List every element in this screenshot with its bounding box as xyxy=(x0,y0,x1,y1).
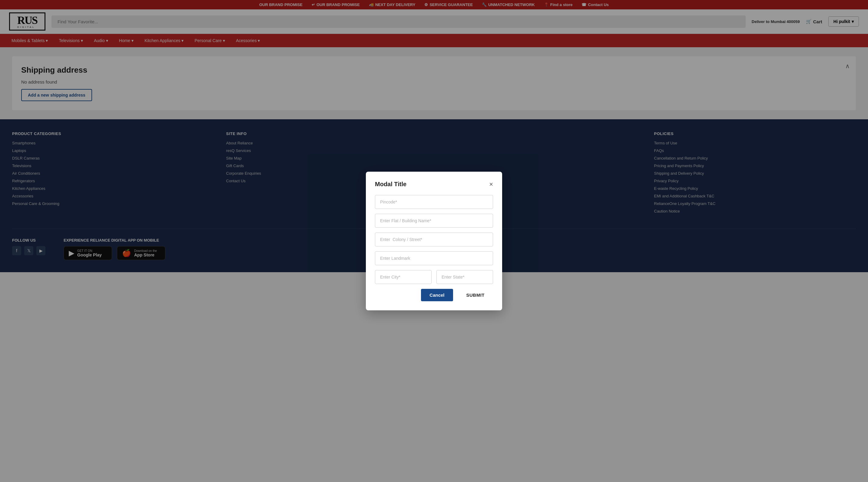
modal-dialog: Modal Title × Cancel SUBMIT xyxy=(366,172,502,272)
flat-input[interactable] xyxy=(375,214,493,228)
colony-input[interactable] xyxy=(375,232,493,247)
modal-city-state-row xyxy=(375,270,493,272)
modal-header: Modal Title × xyxy=(375,181,493,188)
state-input[interactable] xyxy=(436,270,493,272)
landmark-input[interactable] xyxy=(375,251,493,265)
modal-title: Modal Title xyxy=(375,181,406,188)
city-input[interactable] xyxy=(375,270,432,272)
modal-overlay[interactable]: Modal Title × Cancel SUBMIT xyxy=(0,0,868,272)
pincode-input[interactable] xyxy=(375,195,493,209)
modal-close-button[interactable]: × xyxy=(489,181,493,188)
